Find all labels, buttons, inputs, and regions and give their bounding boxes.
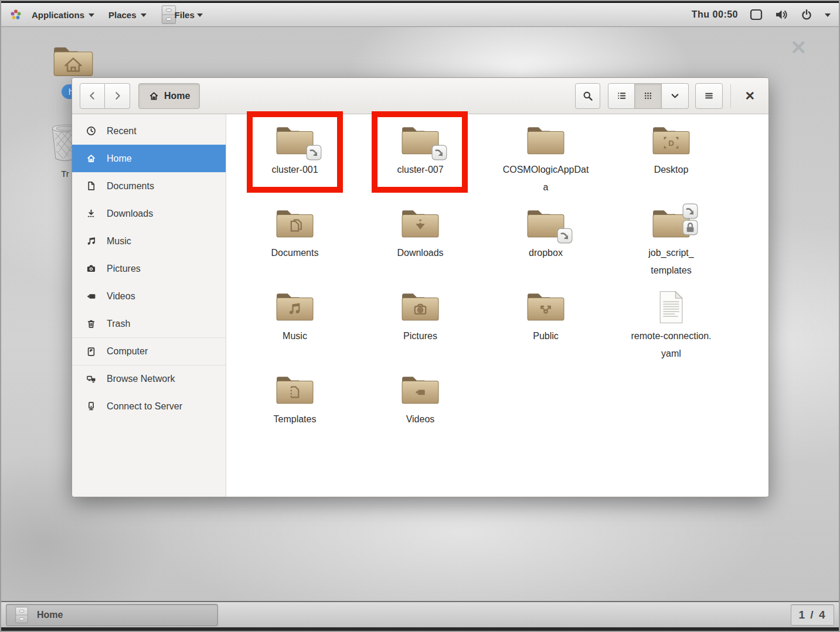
file-name: Music	[283, 327, 307, 345]
applications-menu[interactable]: Applications	[27, 8, 99, 22]
navigation-buttons	[80, 83, 130, 109]
file-name: Videos	[406, 411, 435, 428]
sidebar-item-trash[interactable]: Trash	[72, 310, 226, 337]
music-icon	[86, 236, 96, 246]
sidebar-item-label: Pictures	[107, 264, 141, 274]
file-item-pictures[interactable]: Pictures	[358, 289, 483, 372]
files-menu-label: Files	[175, 10, 195, 20]
files-window: Home	[72, 77, 769, 497]
file-item-dropbox[interactable]: dropbox	[483, 206, 608, 289]
volume-icon[interactable]	[774, 8, 788, 21]
file-item-downloads[interactable]: Downloads	[358, 206, 483, 289]
screen: ✕ Applications Places	[0, 0, 840, 632]
file-item-public[interactable]: Public	[483, 289, 608, 372]
sidebar-item-recent[interactable]: Recent	[72, 117, 226, 145]
chevron-left-icon	[87, 91, 97, 101]
menu-button[interactable]	[695, 83, 723, 109]
sidebar-item-label: Music	[107, 236, 131, 247]
folder-icon	[401, 291, 440, 322]
back-button[interactable]	[80, 83, 105, 109]
file-item-remote-connection-yaml[interactable]: remote-connection. yaml	[608, 289, 734, 372]
panel-clock[interactable]: Thu 00:50	[692, 9, 738, 20]
sidebar-item-music[interactable]: Music	[72, 227, 226, 255]
file-item-templates[interactable]: Templates	[232, 372, 358, 455]
server-icon	[86, 401, 96, 411]
sidebar-item-downloads[interactable]: Downloads	[72, 200, 226, 227]
file-name: cluster-001	[271, 161, 318, 179]
sidebar-item-home[interactable]: Home	[72, 145, 226, 172]
file-name: dropbox	[529, 244, 563, 262]
sidebar-item-connect-to-server[interactable]: Connect to Server	[72, 392, 226, 420]
chevron-right-icon	[113, 91, 123, 101]
panel-status-area: Thu 00:50	[692, 8, 831, 21]
sidebar-item-label: Connect to Server	[107, 401, 182, 412]
places-menu[interactable]: Places	[104, 8, 151, 22]
places-sidebar: Recent Home Documents	[72, 114, 226, 497]
window-body: Recent Home Documents	[72, 114, 768, 497]
file-item-cosmologicappdata[interactable]: COSMOlogicAppDat a	[483, 122, 608, 206]
folder-icon	[276, 291, 314, 322]
top-panel: Applications Places Files	[1, 1, 839, 27]
view-options-button[interactable]	[662, 83, 689, 109]
sidebar-item-computer[interactable]: Computer	[72, 337, 226, 365]
file-item-videos[interactable]: Videos	[358, 372, 483, 455]
sidebar-item-label: Recent	[107, 126, 137, 136]
sidebar-item-label: Downloads	[107, 209, 153, 219]
applications-menu-label: Applications	[32, 10, 84, 20]
screen-icon[interactable]	[750, 9, 763, 21]
sidebar-item-browse-network[interactable]: Browse Network	[72, 365, 226, 392]
file-name: Templates	[274, 411, 317, 428]
trash-icon	[86, 319, 96, 329]
file-item-documents[interactable]: Documents	[232, 206, 358, 289]
folder-icon	[401, 207, 440, 239]
file-item-music[interactable]: Music	[232, 289, 358, 372]
close-button[interactable]: ✕	[739, 89, 761, 103]
path-home-label: Home	[164, 91, 190, 101]
workspace-switcher[interactable]: 1 / 4	[791, 604, 834, 626]
computer-icon	[86, 347, 96, 357]
caret-down-icon[interactable]	[825, 13, 831, 17]
files-menu[interactable]: Files	[156, 2, 208, 27]
view-buttons	[608, 83, 689, 109]
video-icon	[86, 291, 96, 301]
folder-icon	[276, 374, 314, 405]
home-icon	[148, 91, 159, 101]
camera-icon	[86, 264, 96, 274]
sidebar-item-label: Trash	[107, 319, 130, 329]
file-view: cluster-001	[226, 114, 768, 497]
sidebar-item-videos[interactable]: Videos	[72, 282, 226, 310]
symlink-emblem-icon	[306, 145, 322, 160]
sidebar-item-documents[interactable]: Documents	[72, 172, 226, 200]
grid-view-button[interactable]	[635, 83, 662, 109]
power-icon[interactable]	[800, 8, 813, 21]
symlink-emblem-icon	[557, 228, 573, 244]
search-button[interactable]	[575, 83, 600, 109]
file-name: Downloads	[397, 244, 443, 262]
folder-icon	[526, 124, 565, 156]
download-icon	[86, 209, 96, 218]
file-item-job-script-templates[interactable]: job_script_ templates	[608, 206, 734, 289]
sidebar-item-pictures[interactable]: Pictures	[72, 255, 226, 282]
taskbar-home-label: Home	[37, 610, 63, 620]
file-item-cluster-007[interactable]: cluster-007	[358, 122, 483, 206]
file-name: Pictures	[403, 327, 437, 345]
grid-view-icon	[643, 91, 653, 101]
taskbar-home-button[interactable]: Home	[6, 604, 218, 626]
path-home-button[interactable]: Home	[138, 83, 200, 109]
sidebar-item-label: Computer	[107, 346, 148, 357]
sidebar-item-label: Documents	[107, 181, 154, 192]
list-view-button[interactable]	[608, 83, 635, 109]
forward-button[interactable]	[105, 83, 130, 109]
faint-close-icon: ✕	[790, 37, 807, 57]
caret-down-icon	[197, 13, 203, 17]
caret-down-icon	[89, 13, 94, 17]
applications-menu-icon	[9, 8, 22, 21]
search-icon	[583, 91, 593, 101]
file-item-desktop[interactable]: D Desktop	[608, 122, 734, 206]
sidebar-item-label: Browse Network	[107, 374, 175, 384]
file-name: job_script_ templates	[648, 244, 693, 279]
file-cabinet-icon	[15, 606, 29, 624]
file-name: Documents	[271, 244, 319, 262]
text-file-icon	[658, 291, 685, 324]
file-item-cluster-001[interactable]: cluster-001	[232, 122, 358, 206]
